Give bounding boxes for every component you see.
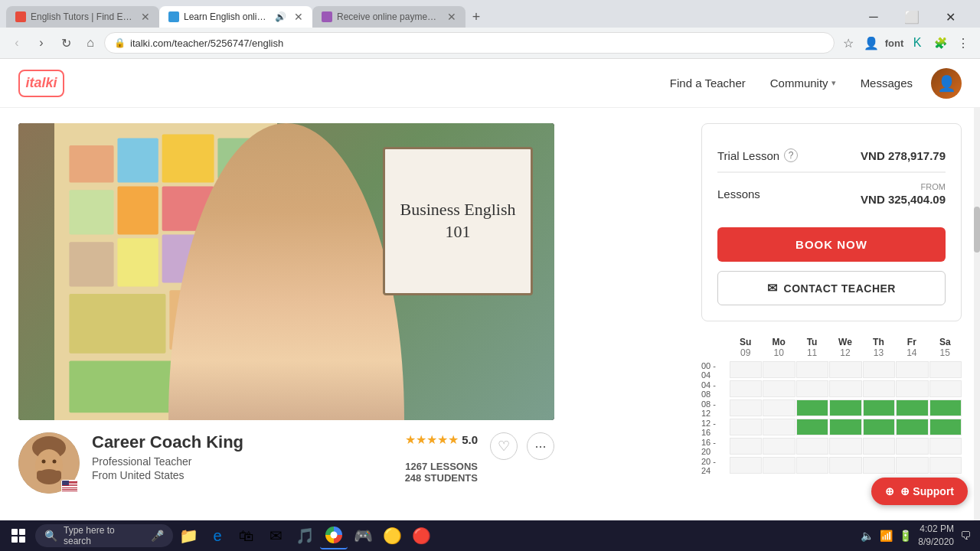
cal-time-0: 00 - 04 <box>701 361 729 380</box>
address-bar[interactable]: 🔒 italki.com/teacher/5256747/english <box>104 32 835 54</box>
user-avatar[interactable]: 👤 <box>931 68 962 99</box>
cal-cell-4-0[interactable] <box>730 438 762 455</box>
cal-cell-3-1[interactable] <box>763 419 795 435</box>
cal-cell-2-0[interactable] <box>730 399 762 416</box>
taskbar-app-app1[interactable]: 🎮 <box>349 522 377 549</box>
cal-cell-1-1[interactable] <box>763 380 795 397</box>
taskbar-app-app2[interactable]: 🟡 <box>378 522 406 549</box>
start-button[interactable] <box>3 522 34 549</box>
cal-cell-0-4[interactable] <box>863 361 895 378</box>
calendar-section: Su 09 Mo 10 Tu 11 We 12 <box>701 337 962 475</box>
cal-cell-2-3[interactable] <box>829 399 861 416</box>
extension-font-button[interactable]: font <box>884 32 905 54</box>
cal-cell-4-3[interactable] <box>829 438 861 455</box>
video-container[interactable]: Business English 101 <box>18 123 554 420</box>
cal-cell-4-6[interactable] <box>929 438 962 455</box>
cal-cell-4-5[interactable] <box>896 438 928 455</box>
cal-cell-5-3[interactable] <box>829 457 861 474</box>
right-panel: Trial Lesson ? VND 278,917.79 Lessons FR… <box>701 123 962 536</box>
cal-cell-5-1[interactable] <box>763 457 795 474</box>
us-flag-canton <box>62 480 69 485</box>
cal-cell-5-6[interactable] <box>929 457 962 474</box>
taskbar-app-app3[interactable]: 🔴 <box>407 522 435 549</box>
minimize-button[interactable]: ─ <box>856 6 891 28</box>
cal-cell-4-1[interactable] <box>763 438 795 455</box>
cal-cell-3-4[interactable] <box>863 419 895 435</box>
extensions-button[interactable]: 🧩 <box>929 32 951 54</box>
cal-cell-3-0[interactable] <box>730 419 762 435</box>
home-button[interactable]: ⌂ <box>80 32 101 54</box>
cal-cell-2-2[interactable] <box>796 399 828 416</box>
cal-cell-0-3[interactable] <box>829 361 861 378</box>
taskbar-search[interactable]: 🔍 Type here to search 🎤 <box>35 524 173 547</box>
scrollbar-track[interactable] <box>974 59 980 551</box>
scrollbar-thumb[interactable] <box>974 207 980 253</box>
tab-2[interactable]: Learn English online with Ca... 🔊 ✕ <box>159 6 312 28</box>
tab-2-close[interactable]: ✕ <box>294 11 303 23</box>
cal-cell-3-6[interactable] <box>929 419 962 435</box>
taskbar-app-edge[interactable]: e <box>204 522 231 549</box>
cal-cell-5-4[interactable] <box>863 457 895 474</box>
cal-cell-2-5[interactable] <box>896 399 928 416</box>
refresh-button[interactable]: ↻ <box>55 32 77 54</box>
tray-battery-icon[interactable]: 🔋 <box>899 530 912 542</box>
teacher-name: Career Coach King <box>92 432 393 452</box>
community-link[interactable]: Community ▾ <box>770 77 836 90</box>
more-button[interactable]: ⋮ <box>952 32 974 54</box>
taskbar-app-explorer[interactable]: 📁 <box>175 522 202 549</box>
tray-network-icon[interactable]: 🔈 <box>861 530 874 542</box>
cal-cell-1-4[interactable] <box>863 380 895 397</box>
taskbar-app-chrome[interactable] <box>320 522 348 549</box>
cal-cell-3-2[interactable] <box>796 419 828 435</box>
extension-kaspersky-button[interactable]: K <box>906 32 928 54</box>
cal-cell-0-1[interactable] <box>763 361 795 378</box>
tab-1-close[interactable]: ✕ <box>141 11 150 23</box>
forward-button[interactable]: › <box>31 32 52 54</box>
cal-cell-5-2[interactable] <box>796 457 828 474</box>
taskbar-app-store[interactable]: 🛍 <box>233 522 260 549</box>
favorite-button[interactable]: ♡ <box>490 432 518 460</box>
book-now-button[interactable]: BOOK NOW <box>717 227 946 262</box>
trial-help-icon[interactable]: ? <box>784 148 798 162</box>
cal-cell-5-5[interactable] <box>896 457 928 474</box>
maximize-button[interactable]: ⬜ <box>894 6 929 28</box>
cal-cell-1-2[interactable] <box>796 380 828 397</box>
cal-cell-0-0[interactable] <box>730 361 762 378</box>
cal-cell-0-2[interactable] <box>796 361 828 378</box>
cal-cell-2-1[interactable] <box>763 399 795 416</box>
cal-cell-4-4[interactable] <box>863 438 895 455</box>
tray-notifications-icon[interactable]: 🗨 <box>960 530 971 542</box>
cal-cell-2-6[interactable] <box>929 399 962 416</box>
cal-cell-1-0[interactable] <box>730 380 762 397</box>
cal-cell-3-3[interactable] <box>829 419 861 435</box>
tab-3[interactable]: Receive online payments for yo... ✕ <box>312 6 466 28</box>
cal-cell-5-0[interactable] <box>730 457 762 474</box>
cal-cell-3-5[interactable] <box>896 419 928 435</box>
more-options-button[interactable]: ··· <box>527 432 554 460</box>
profile-button[interactable]: 👤 <box>861 32 882 54</box>
cal-cell-4-2[interactable] <box>796 438 828 455</box>
messages-link[interactable]: Messages <box>861 77 913 90</box>
cal-cell-2-4[interactable] <box>863 399 895 416</box>
support-button[interactable]: ⊕ ⊕ Support <box>871 478 968 505</box>
cal-cell-1-5[interactable] <box>896 380 928 397</box>
cal-cell-0-5[interactable] <box>896 361 928 378</box>
contact-teacher-button[interactable]: ✉ CONTACT TEACHER <box>717 271 946 305</box>
tray-time[interactable]: 4:02 PM 8/9/2020 <box>918 523 954 549</box>
italki-logo[interactable]: italki <box>18 70 64 97</box>
bookmark-star-button[interactable]: ☆ <box>838 32 859 54</box>
close-button[interactable]: ✕ <box>933 6 968 28</box>
cal-cell-1-3[interactable] <box>829 380 861 397</box>
back-button[interactable]: ‹ <box>6 32 28 54</box>
tab-3-close[interactable]: ✕ <box>447 11 456 23</box>
find-teacher-link[interactable]: Find a Teacher <box>670 77 746 90</box>
tray-volume-icon[interactable]: 📶 <box>880 530 893 542</box>
cal-cell-1-6[interactable] <box>929 380 962 397</box>
taskbar-mic-icon[interactable]: 🎤 <box>151 530 164 542</box>
taskbar-apps: 📁 e 🛍 ✉ 🎵 🎮 🟡 🔴 <box>175 522 853 549</box>
taskbar-app-music[interactable]: 🎵 <box>291 522 318 549</box>
new-tab-button[interactable]: + <box>466 6 487 28</box>
tab-1[interactable]: English Tutors | Find English tea... ✕ <box>6 6 159 28</box>
cal-cell-0-6[interactable] <box>929 361 962 378</box>
taskbar-app-mail[interactable]: ✉ <box>262 522 289 549</box>
